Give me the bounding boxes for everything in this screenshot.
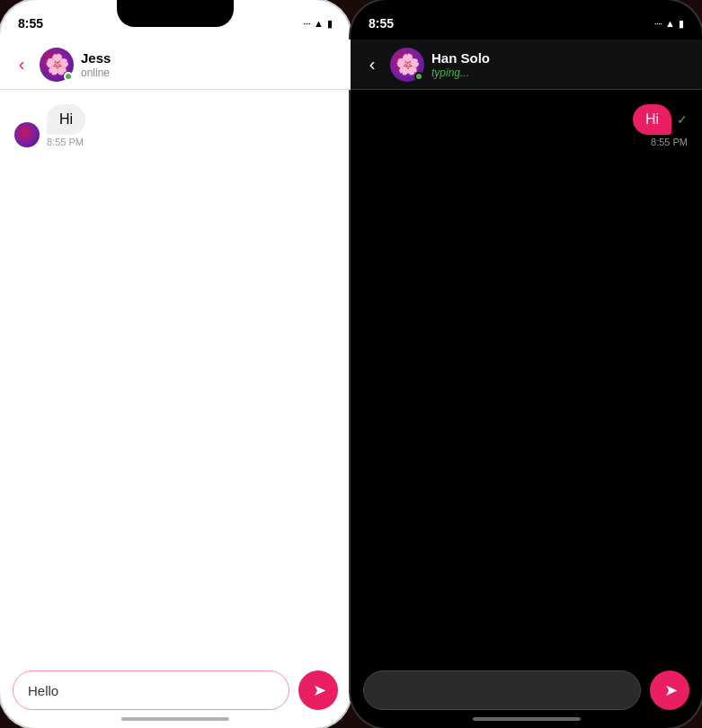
avatar-left: 🌸: [40, 48, 74, 82]
send-arrow-right: ➤: [664, 680, 678, 700]
bubble-received-1: Hi: [633, 104, 671, 135]
wifi-icon-left: ▲: [314, 18, 324, 29]
messages-area-left: Hi 8:55 PM: [0, 90, 351, 656]
status-icons-left: ···· ▲ ▮: [303, 18, 333, 30]
input-bar-left: ➤: [0, 670, 351, 710]
time-left: 8:55: [18, 16, 43, 31]
battery-icon-left: ▮: [327, 18, 333, 30]
online-indicator-right: [414, 72, 423, 81]
send-button-left[interactable]: ➤: [298, 670, 338, 710]
wifi-icon-right: ▲: [665, 18, 675, 29]
contact-status-right: typing...: [431, 67, 490, 79]
chat-header-left: ‹ 🌸 Jess online: [0, 40, 351, 90]
bubble-wrapper-right: Hi ✓ 8:55 PM: [633, 104, 688, 147]
right-phone: 8:55 ···· ▲ ▮ ‹ 🌸 Han Solo typing...: [351, 0, 702, 728]
back-chevron-left: ‹: [19, 54, 25, 75]
avatar-right: 🌸: [390, 48, 424, 82]
back-button-right[interactable]: ‹: [361, 54, 383, 75]
message-row-1: Hi 8:55 PM: [14, 104, 336, 147]
contact-status-left: online: [81, 67, 111, 79]
bubble-sent-1: Hi: [47, 104, 85, 135]
messages-area-right: Hi ✓ 8:55 PM: [351, 90, 702, 656]
message-time-left-1: 8:55 PM: [47, 137, 85, 147]
header-info-right: Han Solo typing...: [431, 50, 490, 79]
message-time-right-1: 8:55 PM: [651, 137, 688, 147]
send-button-right[interactable]: ➤: [650, 670, 689, 710]
signal-icon-right: ····: [654, 18, 662, 29]
check-icon-right: ✓: [677, 112, 688, 127]
online-indicator-left: [64, 72, 73, 81]
send-arrow-left: ➤: [313, 680, 326, 700]
message-row-right-1: Hi ✓ 8:55 PM: [365, 104, 688, 147]
notch-right: [468, 0, 585, 27]
status-icons-right: ···· ▲ ▮: [654, 18, 684, 30]
contact-name-left: Jess: [81, 50, 111, 67]
signal-icon-left: ····: [303, 18, 310, 29]
time-right: 8:55: [369, 16, 394, 31]
message-input-right[interactable]: [363, 670, 641, 710]
chat-header-right: ‹ 🌸 Han Solo typing...: [351, 40, 702, 90]
contact-name-right: Han Solo: [431, 50, 490, 67]
notch-left: [117, 0, 234, 27]
message-input-left[interactable]: [13, 670, 289, 710]
back-chevron-right: ‹: [369, 54, 376, 75]
home-indicator-right: [473, 717, 581, 721]
sender-avatar: [14, 122, 40, 147]
input-bar-right: ➤: [351, 670, 702, 710]
left-phone: 8:55 ···· ▲ ▮ ‹ 🌸 Jess online H: [0, 0, 351, 728]
home-indicator-left: [121, 717, 229, 721]
bubble-wrapper-left: Hi 8:55 PM: [47, 104, 85, 147]
battery-icon-right: ▮: [679, 18, 684, 30]
header-info-left: Jess online: [81, 50, 111, 79]
back-button-left[interactable]: ‹: [11, 54, 32, 75]
